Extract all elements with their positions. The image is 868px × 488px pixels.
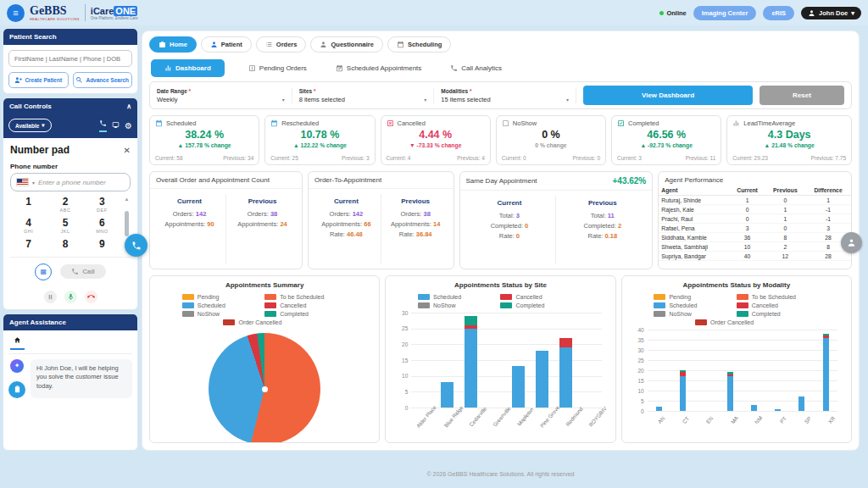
mute-mic-button[interactable] (64, 291, 77, 303)
clipboard-button[interactable] (8, 381, 25, 398)
call-button[interactable]: Call (60, 264, 106, 279)
legend-item[interactable]: To be Scheduled (737, 294, 819, 300)
pie-legend: PendingTo be ScheduledScheduledCancelled… (175, 292, 354, 326)
collapse-chevron-icon[interactable]: ∧ (126, 103, 131, 110)
chevron-down-icon: ▾ (282, 97, 285, 103)
user-name: John Doe (819, 9, 848, 17)
x-axis-label: MA (729, 415, 738, 425)
legend-item[interactable]: Cancelled (264, 302, 347, 308)
end-call-button[interactable] (85, 291, 97, 303)
tab-call-analytics[interactable]: Call Analytics (445, 64, 507, 73)
app-logo: GeBBS HEALTHCARE SOLUTIONS iCareONE One … (30, 4, 138, 21)
footer-text: © 2026 GeBBS Healthcare Solutions. All r… (142, 471, 860, 477)
nav-orders[interactable]: Orders (256, 36, 307, 53)
keypad-toggle-button[interactable]: ▦ (35, 263, 52, 280)
date-range-select[interactable]: Date Range * Weekly▾ (157, 88, 292, 103)
modalities-select[interactable]: Modalities * 15 items selected▾ (441, 88, 576, 103)
phone-number-input[interactable]: ▾ Enter a phone number (10, 173, 131, 191)
phone-icon (99, 119, 107, 127)
bar-segment (751, 405, 757, 411)
dialpad-phone-tab[interactable] (99, 119, 107, 132)
legend-swatch-icon (264, 294, 276, 300)
assistance-home-tab[interactable] (10, 336, 25, 350)
create-patient-button[interactable]: Create Patient (8, 72, 69, 88)
legend-item[interactable]: Scheduled (182, 302, 264, 308)
close-icon[interactable]: ✕ (124, 146, 131, 155)
tab-scheduled-appointments[interactable]: Scheduled Appointments (331, 64, 427, 73)
legend-item[interactable]: To be Scheduled (264, 294, 347, 300)
tab-pending-orders[interactable]: Pending Orders (243, 64, 312, 73)
legend-item[interactable]: NoShow (418, 302, 500, 308)
legend-item[interactable]: NoShow (654, 311, 736, 317)
icareone-logo: iCareONE (91, 6, 138, 16)
sites-select[interactable]: Sites * 8 items selected▾ (299, 88, 435, 103)
dialpad-key-8[interactable]: 8 (47, 239, 83, 250)
legend-item[interactable]: Cancelled (500, 294, 582, 300)
y-axis-tick: 25 (631, 358, 644, 363)
legend-item[interactable]: Pending (654, 294, 736, 300)
advance-search-button[interactable]: Advance Search (73, 72, 133, 88)
floating-phone-button[interactable] (125, 234, 147, 257)
dialpad-key-5[interactable]: 5JKL (47, 218, 83, 234)
nav-home[interactable]: Home (149, 36, 197, 53)
dialpad-key-1[interactable]: 1 (10, 197, 47, 213)
dialpad-key-4[interactable]: 4GHI (10, 218, 47, 234)
x-axis-label: PT (778, 415, 787, 424)
chart-title: Appointments Status by Modality (627, 281, 846, 289)
nav-questionnaire[interactable]: Questionnaire (310, 36, 382, 53)
eris-button[interactable]: eRIS (763, 6, 794, 20)
scroll-up-icon: ▲ (125, 197, 130, 202)
dialpad-key-9[interactable]: 9 (84, 239, 120, 250)
bar-NM (751, 405, 757, 411)
legend-item[interactable]: Pending (182, 294, 264, 300)
legend-item[interactable]: Completed (500, 302, 582, 308)
settings-tab[interactable]: ⚙ (125, 121, 132, 130)
legend-item[interactable]: Order Cancelled (695, 319, 777, 325)
agent-status-dropdown[interactable]: Available▾ (8, 119, 52, 132)
legend-swatch-icon (418, 302, 430, 308)
legend-item[interactable]: Completed (264, 311, 347, 317)
table-row: Rajesh, Kale01-1 (659, 205, 851, 214)
dialpad-key-6[interactable]: 6MNO (84, 218, 120, 234)
dialpad-key-2[interactable]: 2ABC (47, 197, 83, 213)
calendar-icon (155, 119, 163, 127)
nav-scheduling[interactable]: Scheduling (387, 36, 451, 53)
y-axis-tick: 30 (394, 310, 408, 316)
nav-patient[interactable]: Patient (201, 36, 252, 53)
us-flag-icon[interactable] (16, 178, 29, 186)
kpi-row: Scheduled 38.24 % ▲ 157.78 % change Curr… (149, 115, 852, 165)
x-axis-label: Mapleton (515, 406, 534, 426)
imaging-center-button[interactable]: Imaging Center (693, 6, 757, 20)
phone-number-placeholder: Enter a phone number (38, 179, 106, 186)
bar-chart-icon (164, 64, 172, 72)
hangup-phone-icon (86, 291, 97, 302)
view-dashboard-button[interactable]: View Dashboard (583, 86, 753, 105)
legend-item[interactable]: Cancelled (737, 302, 819, 308)
x-axis-label: EN (705, 415, 715, 424)
tab-dashboard[interactable]: Dashboard (151, 59, 225, 77)
kpi-lead-time-average: LeadTimeAverage 4.3 Days ▲ 21.48 % chang… (726, 115, 852, 165)
table-row: Ruturaj, Shinde101 (659, 196, 851, 205)
screen-share-tab[interactable] (112, 121, 120, 130)
logo-tagline: One Platform, Endless Care (91, 16, 138, 20)
dialpad-key-7[interactable]: 7 (10, 239, 47, 250)
legend-swatch-icon (500, 294, 512, 300)
patient-search-input[interactable] (8, 50, 132, 67)
hamburger-menu-icon[interactable]: ≡ (7, 4, 25, 22)
legend-item[interactable]: Completed (737, 311, 819, 317)
floating-profile-button[interactable] (841, 232, 862, 253)
kpi-value: 10.78 % (270, 129, 369, 141)
legend-item[interactable]: NoShow (182, 311, 264, 317)
chevron-down-icon: ▾ (851, 9, 854, 17)
legend-item[interactable]: Scheduled (654, 302, 736, 308)
scrollbar-thumb[interactable] (125, 211, 129, 236)
cancel-icon (387, 119, 394, 127)
kpi-value: 38.24 % (155, 129, 253, 141)
hold-call-button[interactable] (44, 291, 57, 303)
dialpad-key-3[interactable]: 3DEF (84, 197, 120, 213)
user-menu[interactable]: John Doe ▾ (801, 7, 861, 19)
legend-item[interactable]: Scheduled (418, 294, 500, 300)
legend-item[interactable]: Order Cancelled (223, 319, 305, 325)
reset-button[interactable]: Reset (760, 86, 844, 105)
call-controls-header[interactable]: Call Controls ∧ (3, 98, 137, 114)
